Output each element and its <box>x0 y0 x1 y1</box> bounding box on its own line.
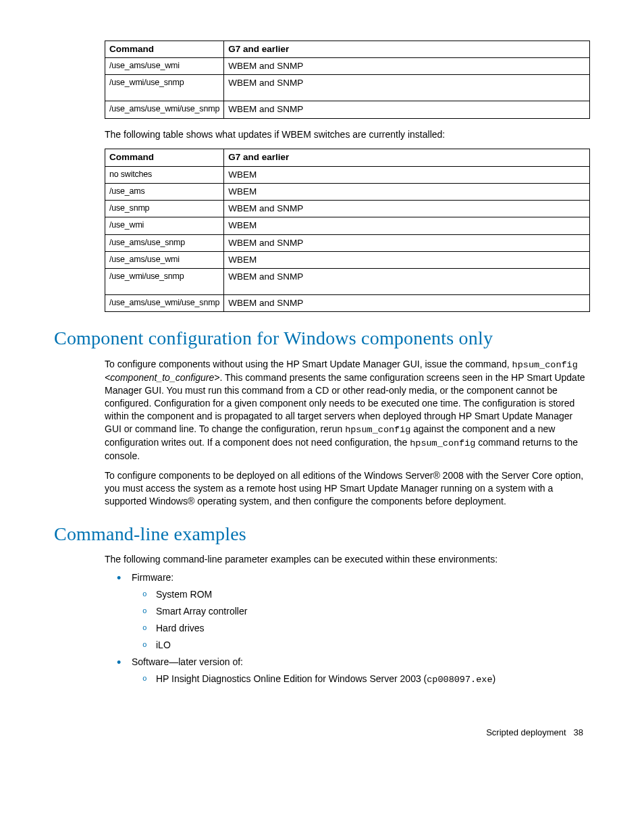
table-row: /use_ams/use_wmiWBEM <box>105 251 590 268</box>
th-command: Command <box>105 149 224 166</box>
arg-component: <component_to_configure> <box>105 372 219 383</box>
th-g7: G7 and earlier <box>224 149 590 166</box>
table-row: /use_amsWBEM <box>105 183 590 200</box>
list-item: HP Insight Diagnostics Online Edition fo… <box>132 673 590 686</box>
table-row: /use_snmpWBEM and SNMP <box>105 201 590 217</box>
heading-component-config: Component configuration for Windows comp… <box>54 325 590 351</box>
table-row: no switchesWBEM <box>105 166 590 183</box>
page-number: 38 <box>574 727 583 737</box>
environments-list: Firmware: System ROM Smart Array control… <box>105 571 590 686</box>
list-item: System ROM <box>132 588 590 601</box>
list-item: Software—later version of: HP Insight Di… <box>105 656 590 686</box>
para-config-2: To configure components to be deployed o… <box>105 469 590 508</box>
list-item: Firmware: System ROM Smart Array control… <box>105 571 590 651</box>
table-row: /use_wmi/use_snmpWBEM and SNMP <box>105 75 590 101</box>
th-command: Command <box>105 41 224 58</box>
list-item: Hard drives <box>132 622 590 635</box>
table-row: /use_ams/use_wmi/use_snmpWBEM and SNMP <box>105 294 590 311</box>
table-snmp-installed: Command G7 and earlier /use_ams/use_wmiW… <box>105 41 590 119</box>
list-item: Smart Array controller <box>132 605 590 618</box>
th-g7: G7 and earlier <box>224 41 590 58</box>
table-row: /use_ams/use_wmiWBEM and SNMP <box>105 58 590 75</box>
table-row: /use_wmiWBEM <box>105 217 590 234</box>
para-cli-intro: The following command-line parameter exa… <box>105 553 590 566</box>
table-row: /use_ams/use_wmi/use_snmpWBEM and SNMP <box>105 101 590 118</box>
code-hpsum-config: hpsum_config <box>512 360 578 370</box>
list-item: iLO <box>132 639 590 652</box>
table-wbem-installed: Command G7 and earlier no switchesWBEM /… <box>105 149 590 312</box>
code-filename: cp008097.exe <box>427 675 492 685</box>
code-hpsum-config: hpsum_config <box>345 425 410 435</box>
table-row: /use_ams/use_snmpWBEM and SNMP <box>105 234 590 251</box>
page-footer: Scripted deployment 38 <box>54 727 590 739</box>
heading-cli-examples: Command-line examples <box>54 521 590 547</box>
table-row: /use_wmi/use_snmpWBEM and SNMP <box>105 268 590 294</box>
para-config-1: To configure components without using th… <box>105 358 590 463</box>
table2-intro: The following table shows what updates i… <box>105 128 590 141</box>
code-hpsum-config: hpsum_config <box>410 438 475 448</box>
